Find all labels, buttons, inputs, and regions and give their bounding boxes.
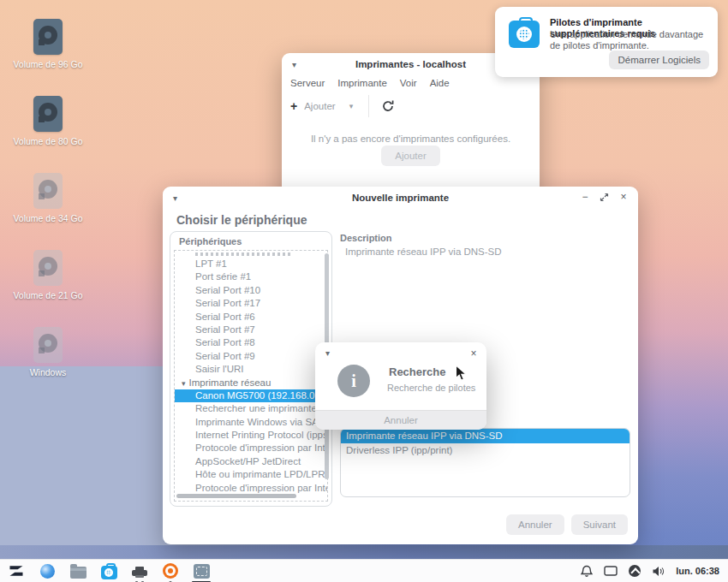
plus-icon[interactable]: + (290, 99, 297, 113)
device-row[interactable]: LPT #1 (175, 258, 327, 270)
desktop-icon[interactable]: Volume de 80 Go (7, 96, 89, 146)
toolbar-add-label[interactable]: Ajouter (304, 101, 335, 111)
wallpaper-lake-band (0, 545, 728, 559)
drive-icon (33, 19, 63, 55)
add-printer-button[interactable]: Ajouter (381, 146, 439, 166)
device-row[interactable]: Serial Port #6 (175, 311, 327, 324)
screenshot-tool-icon[interactable] (192, 561, 211, 580)
new-printer-title: Nouvelle imprimante (163, 193, 638, 203)
desktop-icon-label: Volume de 21 Go (13, 290, 82, 300)
device-row-label: Serial Port #17 (195, 298, 260, 308)
notification-banner[interactable]: Pilotes d'imprimante supplémentaires req… (495, 7, 718, 77)
updates-arrow-icon[interactable] (629, 565, 641, 577)
connections-list[interactable]: Imprimante réseau IPP via DNS-SDDriverle… (340, 428, 630, 497)
desktop-icon-label: Windows (30, 367, 67, 377)
device-row-label: Serial Port #9 (195, 351, 255, 361)
device-row[interactable]: Serial Port #17 (175, 297, 327, 310)
search-cancel-button[interactable]: Annuler (315, 410, 486, 430)
software-printer-icon[interactable] (99, 561, 118, 580)
toolbar-divider (368, 95, 369, 117)
horizontal-scrollbar[interactable] (176, 494, 296, 498)
device-row[interactable]: Imprimante Windows via SAMBA (175, 416, 327, 429)
taskbar: lun. 06:38 (0, 559, 728, 582)
device-row[interactable]: Serial Port #10 (175, 284, 327, 297)
start-software-button[interactable]: Démarrer Logiciels (609, 50, 709, 69)
device-row[interactable]: Canon MG5700 (192.168.0.106) (175, 389, 327, 402)
device-row[interactable]: Serial Port #8 (175, 336, 327, 349)
volume-icon[interactable] (652, 566, 665, 577)
menu-item-imprimante[interactable]: Imprimante (337, 78, 387, 88)
printer-driver-icon (509, 21, 540, 48)
device-row[interactable]: Internet Printing Protocol (ipps) (175, 429, 327, 442)
desktop-icon[interactable]: Volume de 96 Go (7, 19, 89, 69)
device-row-label: Saisir l'URI (195, 364, 244, 374)
desktop: Volume de 96 GoVolume de 80 GoVolume de … (0, 0, 728, 582)
maximize-icon[interactable] (600, 193, 609, 202)
device-row-label: Hôte ou imprimante LPD/LPR (195, 469, 325, 479)
drive-icon (33, 327, 63, 363)
desktop-icon[interactable]: Windows (7, 327, 89, 377)
device-row[interactable]: Saisir l'URI (175, 363, 327, 376)
device-row-label: Imprimante Windows via SAMBA (195, 417, 327, 427)
description-label: Description (340, 233, 392, 243)
display-icon[interactable] (604, 566, 618, 577)
dropdown-caret-icon[interactable]: ▾ (349, 102, 354, 110)
clock[interactable]: lun. 06:38 (676, 566, 719, 576)
device-row-label: Serial Port #6 (195, 312, 255, 322)
desktop-icon[interactable]: Volume de 21 Go (7, 250, 89, 300)
browser-icon[interactable] (38, 561, 57, 580)
description-text: Imprimante réseau IPP via DNS-SD (345, 246, 502, 257)
notifications-bell-icon[interactable] (581, 565, 593, 578)
menu-item-aide[interactable]: Aide (430, 78, 450, 88)
search-dialog-title: Recherche (389, 365, 445, 378)
connection-row[interactable]: Driverless IPP (ipp/print) (341, 443, 630, 458)
mouse-cursor (455, 365, 468, 383)
drive-icon (33, 96, 63, 132)
device-row[interactable]: Port série #1 (175, 270, 327, 283)
device-group-row[interactable]: ▾Imprimante réseau (175, 377, 327, 389)
empty-state-text: Il n'y a pas encore d'imprimantes config… (282, 134, 540, 144)
window-menu-caret-icon[interactable]: ▾ (325, 348, 330, 358)
device-row-label: Serial Port #8 (195, 337, 255, 347)
device-row[interactable]: Protocole d'impression par Internet ( (175, 482, 327, 495)
menu-item-serveur[interactable]: Serveur (290, 78, 325, 88)
printer-icon[interactable] (130, 561, 149, 580)
device-row-label: Serial Port #10 (195, 285, 260, 295)
zorin-menu-icon[interactable] (7, 561, 26, 580)
minimize-icon[interactable]: − (577, 191, 593, 203)
menu-item-voir[interactable]: Voir (400, 78, 417, 88)
toolbar: + Ajouter ▾ (282, 92, 540, 120)
desktop-icon-label: Volume de 34 Go (13, 213, 82, 223)
desktop-icon-label: Volume de 80 Go (13, 136, 82, 146)
device-row-label: Protocole d'impression par Internet ( (195, 483, 327, 493)
device-row-label: Protocole d'impression par Internet ( (195, 442, 327, 453)
desktop-icon[interactable]: Volume de 34 Go (7, 173, 89, 223)
window-menu-caret-icon[interactable]: ▾ (173, 193, 177, 203)
clipped-list-row (195, 252, 293, 256)
device-row-label: Port série #1 (195, 271, 251, 282)
device-row-label: Serial Port #7 (195, 324, 255, 335)
refresh-icon[interactable] (381, 99, 395, 113)
next-button[interactable]: Suivant (571, 514, 628, 535)
device-row[interactable]: Rechercher une imprimante réseau (175, 402, 327, 415)
device-row[interactable]: Protocole d'impression par Internet ( (175, 442, 327, 454)
drive-icon (33, 250, 63, 286)
device-row-label: AppSocket/HP JetDirect (195, 456, 301, 466)
device-row[interactable]: Serial Port #9 (175, 350, 327, 363)
files-icon[interactable] (69, 561, 87, 580)
window-menu-caret-icon[interactable]: ▾ (292, 60, 296, 69)
device-row[interactable]: AppSocket/HP JetDirect (175, 455, 327, 468)
device-row[interactable]: Hôte ou imprimante LPD/LPR (175, 468, 327, 481)
connection-row[interactable]: Imprimante réseau IPP via DNS-SD (341, 429, 630, 443)
new-printer-titlebar[interactable]: ▾ Nouvelle imprimante (163, 187, 638, 209)
devices-panel-label: Périphériques (179, 236, 242, 246)
drive-icon (33, 173, 63, 209)
device-row-label: Imprimante réseau (189, 377, 272, 388)
expander-icon[interactable]: ▾ (182, 379, 186, 388)
device-row[interactable]: Serial Port #7 (175, 324, 327, 336)
cancel-button[interactable]: Annuler (506, 514, 564, 535)
close-icon[interactable]: × (468, 347, 480, 359)
close-icon[interactable]: × (616, 191, 631, 203)
updater-icon[interactable] (161, 561, 180, 580)
devices-list[interactable]: LPT #1Port série #1Serial Port #10Serial… (174, 250, 328, 502)
